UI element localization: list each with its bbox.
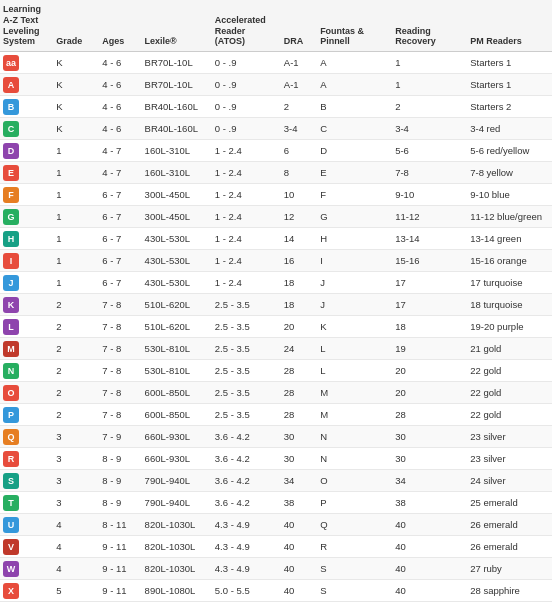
rr-cell: 19 — [392, 338, 467, 360]
table-row: U48 - 11820L-1030L4.3 - 4.940Q4026 emera… — [0, 514, 552, 536]
atos-cell: 0 - .9 — [212, 118, 281, 140]
level-cell: R — [0, 448, 53, 470]
atos-cell: 1 - 2.4 — [212, 250, 281, 272]
table-row: F16 - 7300L-450L1 - 2.410F9-109-10 blue — [0, 184, 552, 206]
atos-cell: 2.5 - 3.5 — [212, 382, 281, 404]
atos-cell: 1 - 2.4 — [212, 228, 281, 250]
lexile-cell: 160L-310L — [142, 162, 212, 184]
level-cell: E — [0, 162, 53, 184]
grade-cell: K — [53, 74, 99, 96]
lexile-cell: 600L-850L — [142, 404, 212, 426]
table-row: I16 - 7430L-530L1 - 2.416I15-1615-16 ora… — [0, 250, 552, 272]
fp-cell: S — [317, 580, 392, 602]
pm-cell: 22 gold — [467, 360, 552, 382]
atos-cell: 0 - .9 — [212, 96, 281, 118]
rr-cell: 18 — [392, 316, 467, 338]
grade-cell: 5 — [53, 580, 99, 602]
fp-cell: E — [317, 162, 392, 184]
grade-cell: 4 — [53, 536, 99, 558]
ages-cell: 7 - 8 — [99, 382, 141, 404]
rr-cell: 34 — [392, 470, 467, 492]
dra-cell: 40 — [281, 536, 317, 558]
ages-cell: 6 - 7 — [99, 228, 141, 250]
dra-cell: 2 — [281, 96, 317, 118]
ages-cell: 7 - 8 — [99, 316, 141, 338]
fp-cell: F — [317, 184, 392, 206]
pm-cell: 5-6 red/yellow — [467, 140, 552, 162]
table-row: H16 - 7430L-530L1 - 2.414H13-1413-14 gre… — [0, 228, 552, 250]
table-row: P27 - 8600L-850L2.5 - 3.528M2822 gold — [0, 404, 552, 426]
header-ages: Ages — [99, 0, 141, 52]
lexile-cell: 820L-1030L — [142, 558, 212, 580]
grade-cell: 2 — [53, 360, 99, 382]
rr-cell: 15-16 — [392, 250, 467, 272]
lexile-cell: BR70L-10L — [142, 74, 212, 96]
rr-cell: 1 — [392, 74, 467, 96]
rr-cell: 9-10 — [392, 184, 467, 206]
header-atos: Accelerated Reader (ATOS) — [212, 0, 281, 52]
dra-cell: 30 — [281, 448, 317, 470]
dra-cell: 8 — [281, 162, 317, 184]
fp-cell: J — [317, 294, 392, 316]
ages-cell: 7 - 9 — [99, 426, 141, 448]
lexile-cell: 530L-810L — [142, 338, 212, 360]
grade-cell: 2 — [53, 404, 99, 426]
dra-cell: 14 — [281, 228, 317, 250]
table-row: L27 - 8510L-620L2.5 - 3.520K1819-20 purp… — [0, 316, 552, 338]
pm-cell: 24 silver — [467, 470, 552, 492]
table-row: D14 - 7160L-310L1 - 2.46D5-65-6 red/yell… — [0, 140, 552, 162]
grade-cell: 1 — [53, 184, 99, 206]
dra-cell: 18 — [281, 272, 317, 294]
lexile-cell: 820L-1030L — [142, 536, 212, 558]
ages-cell: 6 - 7 — [99, 272, 141, 294]
atos-cell: 5.0 - 5.5 — [212, 580, 281, 602]
atos-cell: 3.6 - 4.2 — [212, 448, 281, 470]
pm-cell: 22 gold — [467, 382, 552, 404]
table-row: W49 - 11820L-1030L4.3 - 4.940S4027 ruby — [0, 558, 552, 580]
table-row: AK4 - 6BR70L-10L0 - .9A-1A1Starters 1 — [0, 74, 552, 96]
grade-cell: 3 — [53, 426, 99, 448]
level-cell: W — [0, 558, 53, 580]
atos-cell: 1 - 2.4 — [212, 162, 281, 184]
grade-cell: 1 — [53, 206, 99, 228]
fp-cell: M — [317, 404, 392, 426]
table-row: K27 - 8510L-620L2.5 - 3.518J1718 turquoi… — [0, 294, 552, 316]
table-row: G16 - 7300L-450L1 - 2.412G11-1211-12 blu… — [0, 206, 552, 228]
header-dra: DRA — [281, 0, 317, 52]
lexile-cell: 160L-310L — [142, 140, 212, 162]
ages-cell: 6 - 7 — [99, 250, 141, 272]
grade-cell: 1 — [53, 140, 99, 162]
lexile-cell: 300L-450L — [142, 206, 212, 228]
atos-cell: 3.6 - 4.2 — [212, 492, 281, 514]
ages-cell: 8 - 9 — [99, 492, 141, 514]
atos-cell: 2.5 - 3.5 — [212, 360, 281, 382]
lexile-cell: 790L-940L — [142, 470, 212, 492]
grade-cell: 2 — [53, 294, 99, 316]
level-cell: J — [0, 272, 53, 294]
table-row: O27 - 8600L-850L2.5 - 3.528M2022 gold — [0, 382, 552, 404]
grade-cell: 2 — [53, 382, 99, 404]
lexile-cell: 430L-530L — [142, 250, 212, 272]
rr-cell: 20 — [392, 382, 467, 404]
atos-cell: 0 - .9 — [212, 52, 281, 74]
ages-cell: 4 - 7 — [99, 140, 141, 162]
lexile-cell: 510L-620L — [142, 316, 212, 338]
pm-cell: 23 silver — [467, 448, 552, 470]
grade-cell: K — [53, 118, 99, 140]
atos-cell: 1 - 2.4 — [212, 140, 281, 162]
ages-cell: 7 - 8 — [99, 404, 141, 426]
ages-cell: 6 - 7 — [99, 206, 141, 228]
rr-cell: 17 — [392, 272, 467, 294]
lexile-cell: 430L-530L — [142, 228, 212, 250]
ages-cell: 4 - 6 — [99, 52, 141, 74]
header-fp: Fountas & Pinnell — [317, 0, 392, 52]
level-cell: K — [0, 294, 53, 316]
grade-cell: 1 — [53, 162, 99, 184]
dra-cell: 12 — [281, 206, 317, 228]
rr-cell: 7-8 — [392, 162, 467, 184]
grade-cell: 4 — [53, 514, 99, 536]
level-cell: T — [0, 492, 53, 514]
grade-cell: 1 — [53, 250, 99, 272]
atos-cell: 1 - 2.4 — [212, 206, 281, 228]
pm-cell: 17 turquoise — [467, 272, 552, 294]
